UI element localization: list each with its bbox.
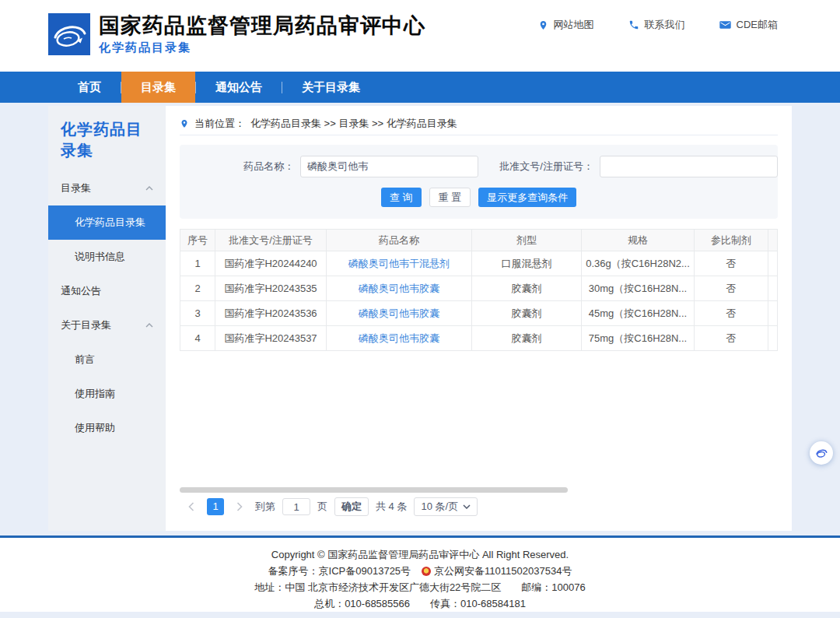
col-clipped bbox=[768, 230, 778, 251]
breadcrumb-prefix: 当前位置： bbox=[194, 117, 245, 131]
cell-clipped bbox=[768, 251, 778, 276]
site-footer: Copyright © 国家药品监督管理局药品审评中心 All Right Re… bbox=[0, 538, 840, 612]
cell-specification: 75mg（按C16H28N... bbox=[582, 326, 695, 351]
floating-cde-button[interactable] bbox=[810, 441, 833, 465]
address-text: 地址：中国 北京市经济技术开发区广德大街22号院二区 bbox=[254, 581, 501, 593]
cell-dosage-form: 胶囊剂 bbox=[472, 326, 582, 351]
site-title: 国家药品监督管理局药品审评中心 bbox=[99, 14, 425, 37]
horizontal-scrollbar bbox=[180, 487, 777, 493]
sidebar-item-user-guide[interactable]: 使用指南 bbox=[48, 377, 166, 411]
cell-index: 4 bbox=[180, 326, 215, 351]
postcode-text: 邮编：100076 bbox=[521, 581, 585, 593]
fax-text: 传真：010-68584181 bbox=[430, 598, 526, 609]
mail-icon bbox=[719, 20, 731, 30]
sidebar-title: 化学药品目录集 bbox=[48, 106, 166, 161]
goto-page-label: 到第 bbox=[255, 500, 275, 514]
table-row: 2 国药准字H20243535 磷酸奥司他韦胶囊 胶囊剂 30mg（按C16H2… bbox=[180, 276, 778, 301]
cell-reference-product: 否 bbox=[695, 301, 768, 326]
col-dosage-form: 剂型 bbox=[472, 230, 582, 251]
chevron-up-icon bbox=[145, 186, 153, 191]
cde-logo-icon bbox=[48, 13, 90, 55]
drug-name-link[interactable]: 磷酸奥司他韦胶囊 bbox=[359, 307, 439, 319]
sitemap-label: 网站地图 bbox=[554, 18, 594, 32]
nav-item-notices[interactable]: 通知公告 bbox=[196, 72, 282, 103]
cell-approval-number: 国药准字H20243537 bbox=[215, 326, 327, 351]
security-number[interactable]: 京公网安备11011502037534号 bbox=[434, 565, 572, 577]
sidebar-group-catalog[interactable]: 目录集 bbox=[48, 171, 166, 205]
total-count-label: 共 4 条 bbox=[376, 500, 407, 514]
cell-clipped bbox=[768, 301, 778, 326]
page-size-value: 10 条/页 bbox=[421, 500, 458, 514]
cell-specification: 0.36g（按C16H28N2... bbox=[582, 251, 695, 276]
drug-name-input[interactable] bbox=[300, 156, 478, 177]
col-drug-name: 药品名称 bbox=[327, 230, 472, 251]
sidebar-item-chemical-catalog[interactable]: 化学药品目录集 bbox=[48, 205, 166, 240]
site-header: 国家药品监督管理局药品审评中心 化学药品目录集 网站地图 联系我们 CDE邮箱 bbox=[0, 0, 840, 72]
contact-label: 联系我们 bbox=[645, 18, 685, 32]
address-line: 地址：中国 北京市经济技术开发区广德大街22号院二区邮编：100076 bbox=[0, 579, 840, 595]
contact-line: 总机：010-68585566传真：010-68584181 bbox=[0, 595, 840, 612]
prev-page-button[interactable] bbox=[183, 498, 200, 515]
reset-button[interactable]: 重 置 bbox=[429, 188, 471, 207]
copyright-line: Copyright © 国家药品监督管理局药品审评中心 All Right Re… bbox=[0, 546, 840, 563]
page-size-select[interactable]: 10 条/页 bbox=[414, 497, 478, 516]
cell-dosage-form: 口服混悬剂 bbox=[472, 251, 582, 276]
cell-specification: 45mg（按C16H28N... bbox=[582, 301, 695, 326]
col-specification: 规格 bbox=[582, 230, 695, 251]
approval-number-input[interactable] bbox=[600, 156, 778, 177]
sidebar: 化学药品目录集 目录集 化学药品目录集 说明书信息 通知公告 关于目录集 前言 … bbox=[48, 106, 166, 531]
page-number-current[interactable]: 1 bbox=[207, 498, 224, 515]
public-security-emblem-icon bbox=[422, 567, 431, 576]
drug-name-link[interactable]: 磷酸奥司他韦胶囊 bbox=[359, 332, 439, 344]
goto-confirm-button[interactable]: 确定 bbox=[334, 497, 369, 516]
sidebar-item-help[interactable]: 使用帮助 bbox=[48, 411, 166, 445]
col-index: 序号 bbox=[180, 230, 215, 251]
map-pin-icon bbox=[538, 19, 548, 31]
more-conditions-button[interactable]: 显示更多查询条件 bbox=[478, 188, 576, 207]
scrollbar-thumb[interactable] bbox=[180, 487, 568, 493]
header-links: 网站地图 联系我们 CDE邮箱 bbox=[538, 18, 778, 32]
chevron-left-icon bbox=[188, 502, 194, 511]
goto-page-input[interactable] bbox=[282, 498, 310, 515]
sidebar-item-label-info[interactable]: 说明书信息 bbox=[48, 240, 166, 274]
nav-item-home[interactable]: 首页 bbox=[58, 72, 121, 103]
mailbox-link[interactable]: CDE邮箱 bbox=[719, 18, 778, 32]
cell-reference-product: 否 bbox=[695, 326, 768, 351]
drug-name-link[interactable]: 磷酸奥司他韦胶囊 bbox=[359, 283, 439, 294]
sidebar-group-notices[interactable]: 通知公告 bbox=[48, 274, 166, 308]
search-fields: 药品名称： 批准文号/注册证号： bbox=[180, 156, 778, 177]
chevron-up-icon bbox=[145, 323, 153, 328]
search-panel: 药品名称： 批准文号/注册证号： 查 询 重 置 显示更多查询条件 bbox=[180, 145, 778, 219]
query-button[interactable]: 查 询 bbox=[381, 188, 422, 207]
map-pin-icon bbox=[180, 118, 189, 129]
contact-link[interactable]: 联系我们 bbox=[628, 18, 685, 32]
sitemap-link[interactable]: 网站地图 bbox=[538, 18, 594, 32]
pagination: 1 到第 页 确定 共 4 条 10 条/页 bbox=[180, 495, 778, 518]
next-page-button[interactable] bbox=[231, 498, 248, 515]
sidebar-group-about[interactable]: 关于目录集 bbox=[48, 308, 166, 342]
registration-line: 备案序号：京ICP备09013725号京公网安备11011502037534号 bbox=[0, 563, 840, 579]
cell-clipped bbox=[768, 326, 778, 351]
nav-item-catalog[interactable]: 目录集 bbox=[121, 72, 195, 103]
main-panel: 当前位置： 化学药品目录集 >> 目录集 >> 化学药品目录集 药品名称： 批准… bbox=[166, 106, 792, 531]
phone-icon bbox=[628, 19, 639, 30]
page-unit-label: 页 bbox=[317, 500, 327, 514]
sidebar-item-preface[interactable]: 前言 bbox=[48, 342, 166, 377]
chevron-down-icon bbox=[463, 504, 471, 509]
cde-swirl-icon bbox=[814, 446, 828, 460]
drug-name-label: 药品名称： bbox=[180, 160, 294, 174]
drug-name-link[interactable]: 磷酸奥司他韦干混悬剂 bbox=[348, 258, 450, 269]
col-approval-number: 批准文号/注册证号 bbox=[215, 230, 327, 251]
cell-index: 1 bbox=[180, 251, 215, 276]
nav-item-about[interactable]: 关于目录集 bbox=[282, 72, 380, 103]
mailbox-label: CDE邮箱 bbox=[737, 18, 778, 32]
cell-dosage-form: 胶囊剂 bbox=[472, 276, 582, 301]
sidebar-menu: 目录集 化学药品目录集 说明书信息 通知公告 关于目录集 前言 使用指南 使用帮… bbox=[48, 171, 166, 445]
results-table: 序号 批准文号/注册证号 药品名称 剂型 规格 参比制剂 1 国药准字H2024… bbox=[180, 229, 778, 351]
phone-text: 总机：010-68585566 bbox=[314, 598, 410, 609]
cell-reference-product: 否 bbox=[695, 276, 768, 301]
breadcrumb-path: 化学药品目录集 >> 目录集 >> 化学药品目录集 bbox=[250, 117, 457, 131]
sidebar-group-label: 通知公告 bbox=[61, 284, 101, 298]
table-row: 1 国药准字H20244240 磷酸奥司他韦干混悬剂 口服混悬剂 0.36g（按… bbox=[180, 251, 778, 276]
approval-number-label: 批准文号/注册证号： bbox=[495, 160, 593, 174]
